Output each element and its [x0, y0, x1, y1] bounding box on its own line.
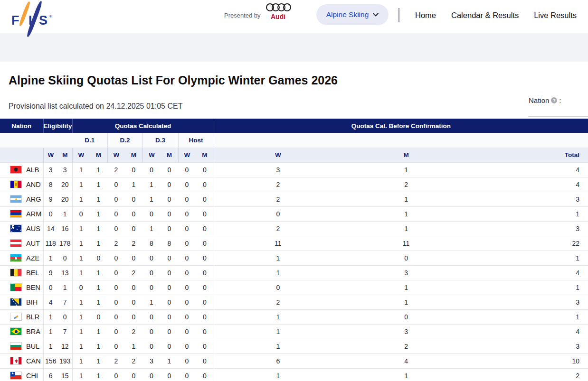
cell-elig-w: 6: [43, 368, 58, 381]
cell-elig-w: 9: [43, 265, 58, 280]
cell-d3-w: 3: [142, 353, 161, 368]
nation-filter: Nation ? :: [529, 96, 588, 117]
cell-bc-w: 6: [214, 353, 342, 368]
cell-host-w: 0: [178, 339, 196, 353]
table-row: BEL91311020000134: [0, 265, 588, 280]
cell-bc-w: 1: [214, 265, 342, 280]
cell-total: 4: [470, 265, 588, 280]
nation-cell: BIH: [0, 295, 43, 309]
header-w: W: [142, 148, 161, 162]
cell-elig-w: 118: [43, 236, 58, 251]
cell-bc-w: 1: [214, 309, 342, 324]
nation-cell: ARM: [0, 206, 43, 221]
cell-bc-w: 0: [214, 206, 342, 221]
cell-d2-m: 0: [125, 162, 142, 177]
header-m: M: [90, 148, 107, 162]
nation-code: BEN: [26, 284, 40, 291]
cell-d1-m: 0: [90, 251, 107, 265]
nav-item-live-results[interactable]: Live Results: [534, 11, 577, 20]
header-m: M: [58, 148, 72, 162]
audi-wordmark: Audi: [271, 13, 310, 20]
cell-d2-m: 2: [125, 265, 142, 280]
fis-logo[interactable]: F I S ®: [4, 1, 56, 38]
quotas-table: Nation Eligibility Quotas Calculated Quo…: [0, 119, 588, 381]
cell-d2-w: 0: [107, 251, 125, 265]
cell-d1-w: 1: [72, 309, 90, 324]
cell-d1-w: 1: [72, 324, 90, 339]
nation-code: BIH: [26, 298, 38, 306]
cell-bc-m: 0: [342, 309, 470, 324]
cell-d1-w: 1: [72, 295, 90, 309]
table-row: AUT11817811228800111122: [0, 236, 588, 251]
cell-host-w: 0: [178, 309, 196, 324]
nation-code: BLR: [26, 313, 39, 321]
cell-d2-m: 0: [125, 251, 142, 265]
cell-d3-m: 0: [161, 192, 178, 206]
cell-bc-m: 1: [342, 221, 470, 236]
cell-d2-m: 0: [125, 309, 142, 324]
cell-d2-w: 0: [107, 324, 125, 339]
nation-filter-label: Nation: [529, 96, 549, 104]
nav-divider: [398, 8, 399, 22]
cell-d3-w: 1: [142, 295, 161, 309]
sport-selector-dropdown[interactable]: Alpine Skiing: [316, 4, 389, 25]
flag-can-icon: [10, 357, 22, 365]
cell-total: 3: [470, 339, 588, 353]
cell-d2-m: 0: [125, 368, 142, 381]
cell-d3-m: 0: [161, 295, 178, 309]
table-row: CAN156193112231006410: [0, 353, 588, 368]
cell-d1-m: 1: [90, 192, 107, 206]
cell-bc-m: 11: [342, 236, 470, 251]
gray-band: [0, 33, 588, 62]
table-row: BUL11211010000123: [0, 339, 588, 353]
cell-d3-w: 0: [142, 280, 161, 295]
cell-d1-m: 1: [90, 206, 107, 221]
header-quotas-before-confirmation: Quotas Cal. Before Confirmation: [214, 119, 588, 133]
cell-elig-w: 3: [43, 162, 58, 177]
cell-d1-w: 1: [72, 251, 90, 265]
cell-host-w: 0: [178, 251, 196, 265]
cell-d1-m: 1: [90, 162, 107, 177]
cell-d3-m: 0: [161, 324, 178, 339]
header-m: M: [125, 148, 142, 162]
cell-d1-m: 1: [90, 368, 107, 381]
cell-d1-m: 1: [90, 295, 107, 309]
cell-bc-w: 1: [214, 339, 342, 353]
cell-d1-m: 1: [90, 221, 107, 236]
fis-logo-letter: S: [39, 13, 47, 28]
cell-d3-m: 0: [161, 221, 178, 236]
page-title: Alpine Skiing Quotas List For Olympic Wi…: [9, 74, 338, 87]
help-icon[interactable]: ?: [551, 97, 557, 103]
cell-host-m: 0: [196, 280, 214, 295]
nation-code: ARM: [26, 210, 41, 218]
cell-d3-w: 1: [142, 177, 161, 192]
cell-host-m: 0: [196, 324, 214, 339]
cell-elig-w: 14: [43, 221, 58, 236]
cell-d2-w: 0: [107, 265, 125, 280]
cell-d1-w: 1: [72, 353, 90, 368]
cell-d1-m: 1: [90, 265, 107, 280]
cell-total: 3: [470, 192, 588, 206]
cell-d2-w: 0: [107, 192, 125, 206]
cell-host-w: 0: [178, 295, 196, 309]
nav-item-calendar-results[interactable]: Calendar & Results: [451, 11, 519, 20]
cell-elig-w: 0: [43, 280, 58, 295]
cell-d3-m: 0: [161, 251, 178, 265]
cell-host-m: 0: [196, 221, 214, 236]
cell-d1-w: 1: [72, 265, 90, 280]
cell-elig-m: 178: [58, 236, 72, 251]
nav-item-home[interactable]: Home: [415, 11, 436, 20]
nation-filter-input[interactable]: [529, 107, 588, 117]
cell-bc-w: 0: [214, 280, 342, 295]
cell-d1-w: 1: [72, 368, 90, 381]
nation-cell: CAN: [0, 353, 43, 368]
cell-total: 4: [470, 177, 588, 192]
cell-elig-m: 7: [58, 324, 72, 339]
cell-elig-m: 13: [58, 265, 72, 280]
cell-elig-m: 1: [58, 206, 72, 221]
quota-table-body: ALB3311200000314AND82011011000224ARG9201…: [0, 162, 588, 381]
cell-elig-w: 1: [43, 251, 58, 265]
cell-d2-m: 1: [125, 339, 142, 353]
cell-total: 1: [470, 251, 588, 265]
cell-d2-m: 0: [125, 192, 142, 206]
